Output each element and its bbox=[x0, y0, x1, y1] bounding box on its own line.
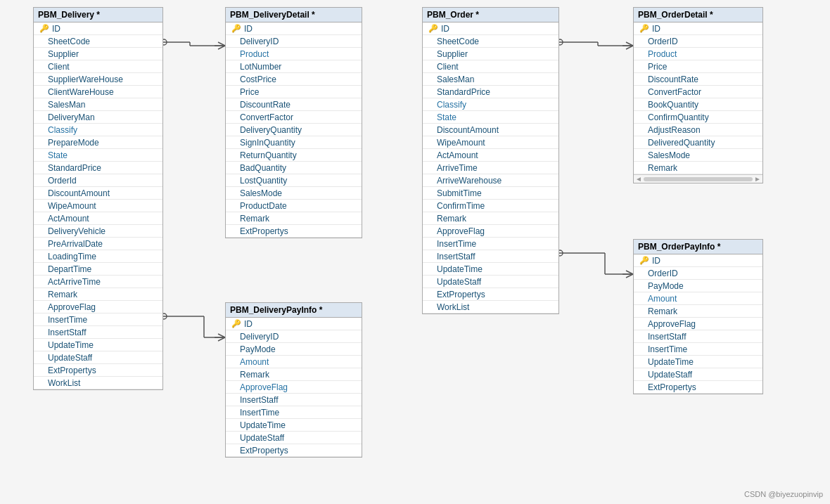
table-row: 🔑ID bbox=[423, 22, 558, 35]
table-row: 🔑ID bbox=[634, 254, 762, 267]
table-row: State bbox=[423, 111, 558, 124]
table-row: Classify bbox=[34, 124, 162, 136]
table-row: SalesMan bbox=[34, 98, 162, 111]
scrollbar-hint[interactable]: ◄ ► bbox=[634, 174, 762, 183]
pk-icon: 🔑 bbox=[428, 24, 438, 33]
table-row: ActAmount bbox=[34, 212, 162, 225]
table-row: Product bbox=[226, 48, 362, 60]
svg-line-26 bbox=[626, 274, 633, 278]
table-row: Remark bbox=[226, 212, 362, 225]
table-row: ExtPropertys bbox=[34, 364, 162, 377]
table-row: Price bbox=[226, 86, 362, 98]
table-row: WorkList bbox=[423, 301, 558, 314]
table-row: Product bbox=[634, 48, 762, 60]
table-pbm-orderpayinfo-title: PBM_OrderPayInfo * bbox=[634, 240, 762, 254]
table-row: Supplier bbox=[34, 48, 162, 60]
table-row: 🔑ID bbox=[634, 22, 762, 35]
table-row: ArriveWarehouse bbox=[423, 174, 558, 187]
table-row: Amount bbox=[634, 292, 762, 305]
table-pbm-deliverydetail-body[interactable]: 🔑ID DeliveryID Product LotNumber CostPri… bbox=[226, 22, 362, 238]
table-pbm-deliverydetail: PBM_DeliveryDetail * 🔑ID DeliveryID Prod… bbox=[225, 7, 362, 238]
table-row: DeliveryMan bbox=[34, 111, 162, 124]
table-row: Price bbox=[634, 60, 762, 73]
watermark: CSDN @biyezuopinvip bbox=[744, 490, 823, 498]
table-pbm-orderpayinfo-body[interactable]: 🔑ID OrderID PayMode Amount Remark Approv… bbox=[634, 254, 762, 394]
table-row: ConvertFactor bbox=[634, 86, 762, 98]
table-row: SubmitTime bbox=[423, 187, 558, 200]
table-row: BadQuantity bbox=[226, 162, 362, 174]
table-row: ApproveFlag bbox=[423, 225, 558, 238]
svg-line-18 bbox=[626, 42, 633, 46]
table-pbm-orderdetail-body[interactable]: 🔑ID OrderID Product Price DiscountRate C… bbox=[634, 22, 762, 174]
table-pbm-order-body[interactable]: 🔑ID SheetCode Supplier Client SalesMan S… bbox=[423, 22, 558, 314]
table-row: ActAmount bbox=[423, 149, 558, 162]
table-row: InsertStaff bbox=[423, 250, 558, 263]
table-row: Remark bbox=[34, 288, 162, 301]
table-row: InsertStaff bbox=[34, 326, 162, 339]
table-row: InsertTime bbox=[34, 314, 162, 326]
table-row: DiscountRate bbox=[226, 98, 362, 111]
table-row: ConfirmQuantity bbox=[634, 111, 762, 124]
table-pbm-order: PBM_Order * 🔑ID SheetCode Supplier Clien… bbox=[422, 7, 559, 314]
table-row: ClientWareHouse bbox=[34, 86, 162, 98]
table-row: LotNumber bbox=[226, 60, 362, 73]
table-row: 🔑ID bbox=[226, 318, 362, 330]
table-row: OrderID bbox=[634, 267, 762, 280]
table-row: SheetCode bbox=[423, 35, 558, 48]
table-row: DiscountRate bbox=[634, 73, 762, 86]
svg-line-4 bbox=[218, 42, 225, 46]
table-row: PayMode bbox=[226, 343, 362, 356]
table-pbm-deliverypayinfo-body[interactable]: 🔑ID DeliveryID PayMode Amount Remark App… bbox=[226, 318, 362, 457]
table-row: LostQuantity bbox=[226, 174, 362, 187]
pk-icon: 🔑 bbox=[639, 24, 649, 33]
table-row: ConvertFactor bbox=[226, 111, 362, 124]
table-row: InsertStaff bbox=[634, 330, 762, 343]
table-pbm-orderpayinfo: PBM_OrderPayInfo * 🔑ID OrderID PayMode A… bbox=[633, 239, 763, 394]
table-row: InsertTime bbox=[634, 343, 762, 356]
table-pbm-orderdetail-title: PBM_OrderDetail * bbox=[634, 8, 762, 22]
table-row: DeliveryID bbox=[226, 35, 362, 48]
table-row: Remark bbox=[226, 368, 362, 381]
table-pbm-deliverydetail-title: PBM_DeliveryDetail * bbox=[226, 8, 362, 22]
table-row: Remark bbox=[634, 162, 762, 174]
table-row: 🔑ID bbox=[34, 22, 162, 35]
table-row: ApproveFlag bbox=[634, 318, 762, 330]
table-row: Classify bbox=[423, 98, 558, 111]
table-row: ExtPropertys bbox=[226, 225, 362, 238]
table-row: Remark bbox=[423, 212, 558, 225]
table-row: ExtPropertys bbox=[634, 381, 762, 394]
table-pbm-deliverypayinfo-title: PBM_DeliveryPayInfo * bbox=[226, 303, 362, 318]
table-row: SalesMode bbox=[634, 149, 762, 162]
table-pbm-delivery-body[interactable]: 🔑ID SheetCode Supplier Client SupplierWa… bbox=[34, 22, 162, 389]
table-row: InsertStaff bbox=[226, 394, 362, 406]
svg-line-12 bbox=[218, 337, 225, 341]
table-row: BookQuantity bbox=[634, 98, 762, 111]
table-row: LoadingTime bbox=[34, 250, 162, 263]
table-row: ApproveFlag bbox=[34, 301, 162, 314]
pk-icon: 🔑 bbox=[231, 24, 241, 33]
pk-icon: 🔑 bbox=[639, 256, 649, 265]
svg-line-5 bbox=[218, 46, 225, 49]
table-row: PayMode bbox=[634, 280, 762, 292]
table-row: DeliveredQuantity bbox=[634, 136, 762, 149]
table-row: WipeAmount bbox=[423, 136, 558, 149]
table-pbm-orderdetail: PBM_OrderDetail * 🔑ID OrderID Product Pr… bbox=[633, 7, 763, 183]
table-row: OrderId bbox=[34, 174, 162, 187]
table-row: UpdateStaff bbox=[634, 368, 762, 381]
table-row: ReturnQuantity bbox=[226, 149, 362, 162]
table-row: ArriveTime bbox=[423, 162, 558, 174]
table-row: InsertTime bbox=[423, 238, 558, 250]
table-pbm-order-title: PBM_Order * bbox=[423, 8, 558, 22]
canvas: PBM_Delivery * 🔑ID SheetCode Supplier Cl… bbox=[0, 0, 830, 504]
table-row: PreArrivalDate bbox=[34, 238, 162, 250]
table-pbm-delivery: PBM_Delivery * 🔑ID SheetCode Supplier Cl… bbox=[33, 7, 163, 390]
pk-icon: 🔑 bbox=[231, 319, 241, 328]
table-row: WorkList bbox=[34, 377, 162, 389]
table-pbm-delivery-title: PBM_Delivery * bbox=[34, 8, 162, 22]
table-row: SignInQuantity bbox=[226, 136, 362, 149]
table-row: UpdateTime bbox=[34, 339, 162, 351]
table-row: StandardPrice bbox=[34, 162, 162, 174]
table-row: UpdateStaff bbox=[226, 432, 362, 444]
svg-line-11 bbox=[218, 334, 225, 337]
table-row: ApproveFlag bbox=[226, 381, 362, 394]
